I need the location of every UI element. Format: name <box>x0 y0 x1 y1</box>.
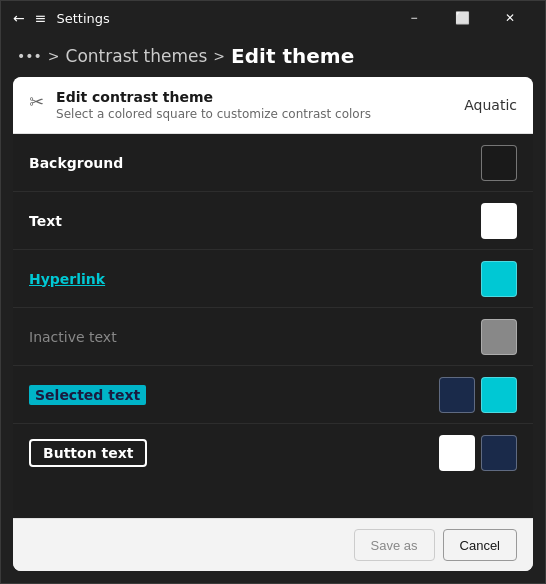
breadcrumb-parent[interactable]: Contrast themes <box>66 46 208 66</box>
color-rows: BackgroundTextHyperlinkInactive textSele… <box>13 134 533 518</box>
save-as-button[interactable]: Save as <box>354 529 435 561</box>
color-swatch[interactable] <box>481 319 517 355</box>
color-row-label: Selected text <box>29 385 146 405</box>
main-content: ✂ Edit contrast theme Select a colored s… <box>13 77 533 571</box>
color-swatches <box>481 319 517 355</box>
color-row: Hyperlink <box>13 250 533 308</box>
color-row: Background <box>13 134 533 192</box>
theme-header-subtitle: Select a colored square to customize con… <box>56 107 371 121</box>
color-swatches <box>481 145 517 181</box>
back-icon[interactable]: ← <box>13 10 25 26</box>
color-swatch[interactable] <box>481 261 517 297</box>
theme-header: ✂ Edit contrast theme Select a colored s… <box>13 77 533 134</box>
window-controls: − ⬜ ✕ <box>391 1 533 35</box>
window-title: Settings <box>56 11 109 26</box>
footer: Save as Cancel <box>13 518 533 571</box>
color-swatches <box>481 203 517 239</box>
title-bar: ← ≡ Settings − ⬜ ✕ <box>1 1 545 35</box>
color-row: Inactive text <box>13 308 533 366</box>
scissors-icon: ✂ <box>29 91 44 112</box>
breadcrumb-more[interactable]: ••• <box>17 48 42 64</box>
color-row: Selected text <box>13 366 533 424</box>
color-row-label: Text <box>29 213 62 229</box>
breadcrumb: ••• > Contrast themes > Edit theme <box>1 35 545 77</box>
theme-header-title: Edit contrast theme <box>56 89 371 105</box>
window: ← ≡ Settings − ⬜ ✕ ••• > Contrast themes… <box>0 0 546 584</box>
close-button[interactable]: ✕ <box>487 1 533 35</box>
color-row: Text <box>13 192 533 250</box>
color-swatch[interactable] <box>481 203 517 239</box>
color-row-label: Background <box>29 155 123 171</box>
maximize-button[interactable]: ⬜ <box>439 1 485 35</box>
theme-header-text: Edit contrast theme Select a colored squ… <box>56 89 371 121</box>
cancel-button[interactable]: Cancel <box>443 529 517 561</box>
color-swatch[interactable] <box>481 435 517 471</box>
theme-name: Aquatic <box>464 97 517 113</box>
color-swatch[interactable] <box>439 377 475 413</box>
minimize-button[interactable]: − <box>391 1 437 35</box>
color-swatch[interactable] <box>481 377 517 413</box>
color-swatch[interactable] <box>481 145 517 181</box>
color-swatches <box>439 377 517 413</box>
theme-header-left: ✂ Edit contrast theme Select a colored s… <box>29 89 371 121</box>
title-bar-left: ← ≡ Settings <box>13 10 110 26</box>
color-row: Button text <box>13 424 533 482</box>
color-swatches <box>439 435 517 471</box>
breadcrumb-sep-1: > <box>48 48 60 64</box>
color-swatches <box>481 261 517 297</box>
color-row-label: Button text <box>29 439 147 467</box>
color-row-label: Inactive text <box>29 329 117 345</box>
color-swatch[interactable] <box>439 435 475 471</box>
menu-icon[interactable]: ≡ <box>35 10 47 26</box>
color-row-label[interactable]: Hyperlink <box>29 271 105 287</box>
breadcrumb-sep-2: > <box>213 48 225 64</box>
breadcrumb-current: Edit theme <box>231 44 354 68</box>
